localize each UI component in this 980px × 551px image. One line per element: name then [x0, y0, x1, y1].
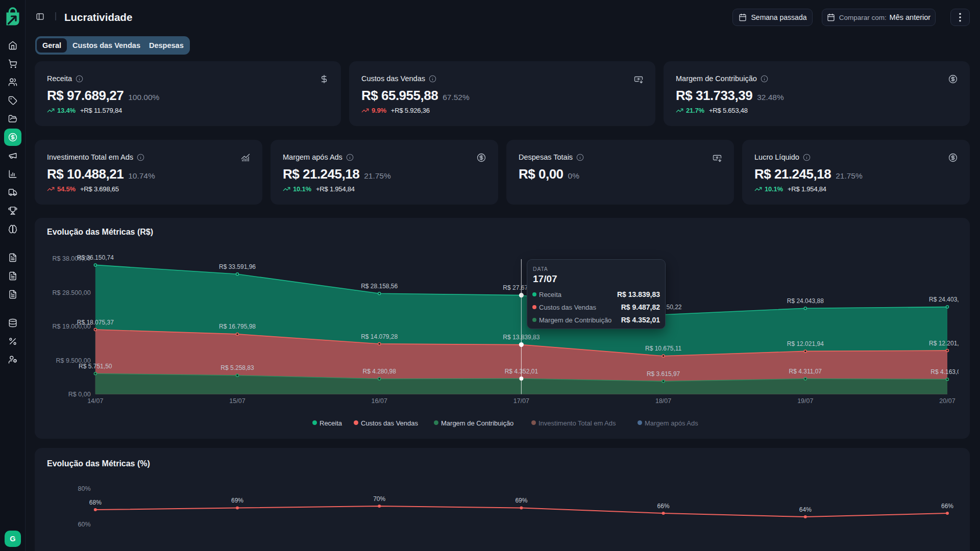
- svg-text:66%: 66%: [657, 503, 670, 510]
- svg-text:15/07: 15/07: [229, 397, 245, 405]
- svg-text:R$ 12.021,94: R$ 12.021,94: [787, 340, 824, 347]
- svg-text:R$ 12.201,45: R$ 12.201,45: [929, 340, 959, 347]
- svg-text:R$ 4.280,98: R$ 4.280,98: [363, 368, 397, 375]
- svg-text:64%: 64%: [799, 506, 812, 513]
- svg-text:R$ 10.675,11: R$ 10.675,11: [645, 345, 681, 352]
- svg-text:R$ 4.311,07: R$ 4.311,07: [789, 368, 822, 375]
- svg-text:66%: 66%: [941, 503, 953, 510]
- svg-text:R$ 5.751,50: R$ 5.751,50: [79, 363, 112, 370]
- svg-text:50,22: 50,22: [667, 304, 682, 311]
- svg-text:R$ 18.075,37: R$ 18.075,37: [77, 319, 114, 326]
- svg-text:19/07: 19/07: [797, 397, 813, 405]
- svg-text:69%: 69%: [515, 497, 527, 504]
- svg-text:68%: 68%: [89, 499, 102, 506]
- svg-text:R$ 13.839,83: R$ 13.839,83: [503, 334, 540, 341]
- svg-text:R$ 0,00: R$ 0,00: [68, 391, 91, 398]
- svg-text:R$ 3.615,97: R$ 3.615,97: [647, 370, 680, 378]
- svg-text:14/07: 14/07: [87, 397, 103, 405]
- svg-text:R$ 5.258,83: R$ 5.258,83: [220, 364, 254, 371]
- svg-text:18/07: 18/07: [655, 397, 671, 405]
- svg-text:80%: 80%: [78, 485, 91, 492]
- svg-text:R$ 36.150,74: R$ 36.150,74: [77, 254, 114, 261]
- svg-text:69%: 69%: [231, 497, 243, 504]
- svg-text:R$ 24.403,88: R$ 24.403,88: [929, 296, 959, 303]
- svg-text:60%: 60%: [78, 521, 91, 528]
- svg-text:R$ 28.158,56: R$ 28.158,56: [361, 283, 398, 290]
- svg-text:R$ 4.163,05: R$ 4.163,05: [930, 368, 959, 375]
- svg-text:R$ 14.079,28: R$ 14.079,28: [361, 333, 398, 340]
- svg-text:R$ 28.500,00: R$ 28.500,00: [53, 289, 91, 296]
- svg-text:R$ 33.591,96: R$ 33.591,96: [219, 263, 256, 270]
- svg-text:20/07: 20/07: [939, 397, 955, 405]
- svg-text:R$ 4.352,01: R$ 4.352,01: [505, 368, 538, 375]
- svg-text:R$ 24.043,88: R$ 24.043,88: [787, 297, 824, 305]
- svg-text:R$ 16.795,98: R$ 16.795,98: [219, 323, 256, 330]
- svg-text:16/07: 16/07: [372, 397, 387, 405]
- svg-text:70%: 70%: [373, 495, 385, 503]
- svg-text:17/07: 17/07: [513, 397, 529, 405]
